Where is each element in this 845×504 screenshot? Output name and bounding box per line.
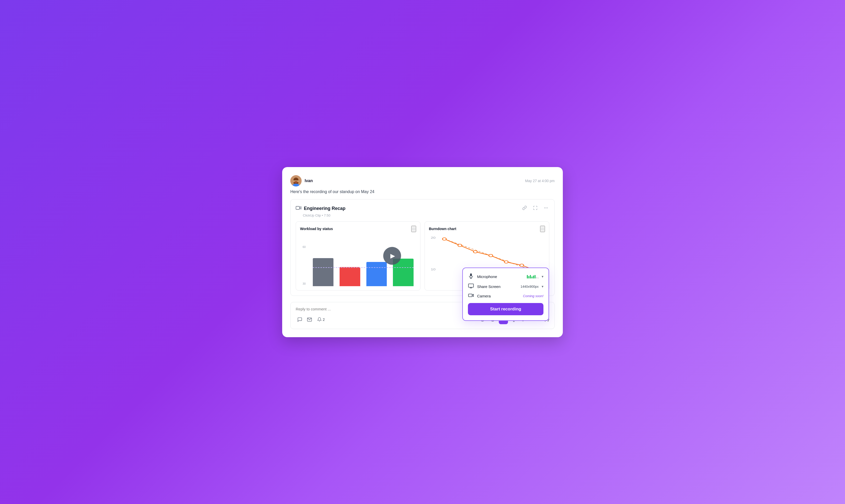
chat-button[interactable] [296,316,304,323]
clip-title-row: Engineering Recap [296,205,345,212]
svg-point-16 [489,254,493,257]
notification-badge: 2 [315,316,327,323]
author-name: Ivan [305,179,313,183]
burndown-chart-header: Burndown chart ··· [429,226,545,232]
post-timestamp: May 27 at 4:00 pm [525,179,555,183]
camera-label: Camera [477,294,520,298]
clip-link-button[interactable] [521,204,528,213]
y-label-30: 30 [303,282,306,285]
burndown-chart-panel: Burndown chart ··· 20 10 [425,221,549,290]
svg-rect-26 [468,294,472,296]
post-body: Here's the recording of our standup on M… [290,190,555,194]
bar-red [340,267,360,286]
share-screen-row: Share Screen 1440x900px ▾ [468,284,543,289]
share-screen-chevron-icon[interactable]: ▾ [542,284,543,288]
bar-blue [366,262,387,286]
camera-icon [468,293,474,299]
svg-point-5 [297,180,298,180]
dashed-reference-line [313,267,414,268]
workload-chart-title: Workload by status [300,227,333,231]
clip-more-button[interactable] [543,204,549,213]
start-recording-button[interactable]: Start recording [468,303,543,315]
clip-title: Engineering Recap [304,206,345,211]
post-author: Ivan [290,175,313,186]
burndown-chart-more-button[interactable]: ··· [540,226,545,232]
microphone-icon [468,273,474,280]
svg-point-9 [546,208,546,208]
reply-left-actions: 2 [296,316,327,323]
workload-chart-more-button[interactable]: ··· [411,226,416,232]
svg-point-8 [544,208,545,208]
screen-icon [468,284,474,289]
clip-expand-button[interactable] [532,204,539,213]
notification-count: 2 [323,318,325,322]
charts-container: Workload by status ··· 60 30 [296,221,549,290]
clip-meta: ClickUp Clip • 7:50 [296,214,549,217]
clip-card: Engineering Recap [290,199,555,296]
svg-text:10: 10 [431,268,436,271]
main-card: Ivan May 27 at 4:00 pm Here's the record… [282,167,563,337]
play-button[interactable]: ▶ [383,247,401,265]
bell-icon [317,317,322,322]
camera-coming-soon: Coming soon! [523,294,543,298]
chart-y-labels: 60 30 [303,245,306,286]
microphone-row: Microphone ▾ [468,273,543,280]
microphone-label: Microphone [477,274,524,279]
clip-header: Engineering Recap [296,204,549,213]
mic-bar-6 [535,275,536,278]
svg-point-4 [295,180,295,180]
mic-bar-2 [528,276,529,278]
svg-rect-20 [470,273,472,276]
mail-button[interactable] [305,316,313,323]
svg-point-17 [504,261,508,263]
post-header: Ivan May 27 at 4:00 pm [290,175,555,186]
share-screen-label: Share Screen [477,284,517,289]
mic-level-bars [527,274,539,278]
svg-point-3 [294,181,298,183]
svg-text:20: 20 [431,236,436,239]
svg-rect-23 [468,284,473,287]
svg-point-10 [547,208,548,208]
workload-chart-panel: Workload by status ··· 60 30 [296,221,420,290]
play-icon: ▶ [390,252,395,259]
burndown-chart-title: Burndown chart [429,227,456,231]
clip-video-icon [296,205,301,212]
mic-bar-4 [532,276,533,278]
bar-gray [313,258,334,286]
microphone-chevron-icon[interactable]: ▾ [542,274,543,278]
svg-rect-7 [296,206,300,210]
svg-point-15 [473,250,477,253]
workload-chart-header: Workload by status ··· [300,226,416,232]
clip-actions [521,204,549,213]
svg-point-13 [443,238,446,240]
recording-popup: Microphone ▾ [462,268,549,321]
y-label-60: 60 [303,245,306,248]
avatar [290,175,302,186]
camera-row: Camera Coming soon! [468,293,543,299]
svg-point-18 [520,264,523,267]
mic-bar-5 [533,275,534,278]
mic-bar-8 [538,277,539,278]
mic-bar-1 [527,275,528,278]
mic-bar-3 [530,275,531,278]
svg-point-14 [458,244,462,247]
mic-bar-7 [536,277,537,278]
share-screen-value: 1440x900px [520,285,539,288]
